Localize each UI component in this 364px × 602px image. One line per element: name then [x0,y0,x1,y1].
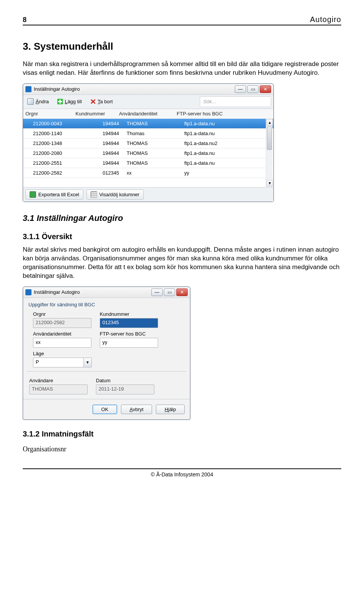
window-installningar-list: Inställningar Autogiro — ▭ ✕ Ändra Lägg … [23,84,274,202]
app-icon [25,86,31,92]
ok-button[interactable]: OK [93,405,117,414]
bottom-toolbar: Exportera till Excel Visa/dölj kolumner [23,187,273,202]
col-ftp[interactable]: FTP-server hos BGC [174,109,273,118]
cell-c1: 212000-1140 [23,129,81,138]
maximize-button[interactable]: ▭ [247,85,259,93]
oversikt-paragraph: När avtal skrivs med bankgirot om autogi… [23,246,341,281]
add-label: Lägg till [65,99,82,104]
app-icon [25,289,31,295]
label-ftp: FTP-server hos BGC [100,331,158,337]
table-row[interactable]: 212000-1140194944Thomasftp1.a-data.nu [23,129,273,139]
brand-title: Autogiro [310,15,342,24]
cell-c1: 212000-0043 [23,119,81,128]
subheading-organisationsnr: Organisationsnr [23,445,341,453]
cell-c3: Thomas [124,129,182,138]
delete-icon [90,99,96,104]
page-footer: © Å-Data Infosystem 2004 [23,468,341,478]
chevron-down-icon[interactable]: ▼ [83,358,92,367]
input-ftp[interactable]: yy [100,338,158,348]
window-title: Inställningar Autogiro [34,289,151,295]
group-label-bgc: Uppgifter för sändning till BGC [28,302,190,307]
label-orgnr: Orgnr [33,311,91,317]
table-row[interactable]: 212000-0043194944THOMASftp1.a-data.nu [23,119,273,129]
cell-c3: THOMAS [124,158,182,168]
delete-label: Ta bort [98,99,113,104]
window-installningar-edit: Inställningar Autogiro — ▭ ✕ Uppgifter f… [23,287,190,420]
input-anvandare: THOMAS [29,385,88,394]
cell-c3: THOMAS [124,119,182,128]
input-anvid[interactable]: xx [33,338,91,348]
toolbar: Ändra Lägg till Ta bort Sök… [23,95,273,109]
export-excel-button[interactable]: Exportera till Excel [25,189,83,200]
label-anvid: Användaridentitet [33,331,91,337]
cell-c2: 194944 [81,148,124,158]
cell-c2: 194944 [81,158,124,168]
cell-c3: THOMAS [124,139,182,148]
scroll-thumb[interactable] [267,126,272,150]
heading-systemunderhall: 3. Systemunderhåll [23,41,341,52]
columns-icon [91,191,97,198]
select-lage-value: P [33,358,83,367]
titlebar: Inställningar Autogiro — ▭ ✕ [23,287,190,298]
cancel-button[interactable]: Avbryt [121,405,152,414]
heading-installningar: 3.1 Inställningar Autogiro [23,213,341,223]
label-kundnummer: Kundnummer [100,311,158,317]
help-button[interactable]: Hjälp [156,405,185,414]
export-excel-label: Exportera till Excel [38,192,79,197]
minimize-button[interactable]: — [235,85,246,93]
edit-button[interactable]: Ändra [25,98,51,106]
select-lage[interactable]: P ▼ [33,358,92,367]
cell-c4: ftp1.a-data.nu [182,119,273,128]
col-anvid[interactable]: Användaridentitet [117,109,174,118]
label-lage: Läge [33,351,92,356]
input-datum: 2011-12-19 [96,385,154,394]
add-icon [57,99,63,104]
table-row[interactable]: 212000-2080194944THOMASftp1.a-data.nu [23,148,273,158]
group-bgc: Orgnr 212000-2582 Kundnummer 012345 Anvä… [27,309,186,372]
col-orgnr[interactable]: Orgnr [23,109,73,118]
input-orgnr: 212000-2582 [33,318,91,328]
intro-paragraph: När man ska registrera i underhållsprogr… [23,60,341,77]
input-kundnummer[interactable]: 012345 [100,318,158,328]
cell-c3: xx [124,168,182,178]
cell-c1: 212000-1348 [23,139,81,148]
scroll-up-icon[interactable]: ▲ [267,119,273,126]
cell-c4: ftp1.a-data.nu [182,158,273,168]
scroll-down-icon[interactable]: ▼ [267,180,273,186]
excel-icon [30,191,36,198]
edit-label: Ändra [36,99,49,104]
dialog-buttons: OK Avbryt Hjälp [23,399,190,419]
cell-c1: 212000-2582 [23,168,81,178]
grid-body-wrapper: 212000-0043194944THOMASftp1.a-data.nu212… [23,119,273,187]
titlebar: Inställningar Autogiro — ▭ ✕ [23,84,273,95]
close-button[interactable]: ✕ [176,288,188,296]
table-row[interactable]: 212000-1348194944THOMASftp1.a-data.nu2 [23,139,273,148]
delete-button[interactable]: Ta bort [88,98,115,105]
maximize-button[interactable]: ▭ [164,288,175,296]
page-header: 8 Autogiro [23,15,341,25]
scrollbar[interactable]: ▲ ▼ [266,119,273,187]
cell-c2: 194944 [81,129,124,138]
cell-c4: ftp1.a-data.nu [182,129,273,138]
add-button[interactable]: Lägg till [55,98,84,105]
cell-c4: ftp1.a-data.nu2 [182,139,273,148]
table-row[interactable]: 212000-2551194944THOMASftp1.a-data.nu [23,158,273,168]
table-row[interactable]: 212000-2582012345xxyy [23,168,273,178]
heading-inmatningsfalt: 3.1.2 Inmatningsfält [23,430,341,438]
search-input[interactable]: Sök… [200,96,271,107]
toggle-columns-button[interactable]: Visa/dölj kolumner [86,189,144,200]
cell-c2: 012345 [81,168,124,178]
window-title: Inställningar Autogiro [34,86,235,92]
heading-oversikt: 3.1.1 Översikt [23,232,341,241]
edit-icon [27,98,34,105]
cell-c2: 194944 [81,139,124,148]
col-kundnummer[interactable]: Kundnummer [73,109,117,118]
close-button[interactable]: ✕ [260,85,271,93]
cell-c1: 212000-2551 [23,158,81,168]
minimize-button[interactable]: — [151,288,163,296]
label-datum: Datum [96,378,154,383]
label-anvandare: Användare [29,378,88,383]
cell-c4: ftp1.a-data.nu [182,148,273,158]
cell-c3: THOMAS [124,148,182,158]
cell-c2: 194944 [81,119,124,128]
